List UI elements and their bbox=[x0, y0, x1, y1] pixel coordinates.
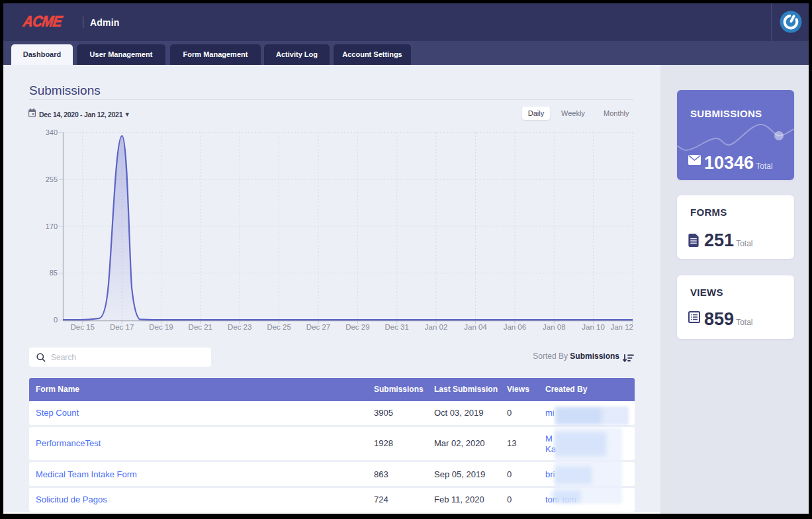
svg-text:Jan 08: Jan 08 bbox=[543, 323, 566, 331]
svg-text:Dec 27: Dec 27 bbox=[306, 323, 330, 331]
svg-text:Dec 23: Dec 23 bbox=[228, 323, 251, 331]
svg-text:Jan 12: Jan 12 bbox=[610, 323, 633, 331]
svg-text:Dec 21: Dec 21 bbox=[189, 323, 212, 331]
svg-text:Jan 10: Jan 10 bbox=[582, 323, 605, 331]
svg-text:Dec 17: Dec 17 bbox=[110, 323, 134, 331]
svg-text:Jan 06: Jan 06 bbox=[504, 323, 527, 331]
svg-text:340: 340 bbox=[46, 128, 58, 136]
svg-text:85: 85 bbox=[50, 269, 58, 277]
svg-text:Dec 25: Dec 25 bbox=[267, 323, 291, 331]
svg-text:170: 170 bbox=[46, 222, 58, 230]
svg-text:255: 255 bbox=[46, 175, 58, 183]
svg-text:Dec 15: Dec 15 bbox=[70, 323, 94, 331]
svg-text:Jan 02: Jan 02 bbox=[425, 323, 448, 331]
svg-text:0: 0 bbox=[54, 316, 58, 324]
svg-text:Jan 04: Jan 04 bbox=[464, 323, 487, 331]
svg-text:Dec 29: Dec 29 bbox=[345, 323, 369, 331]
svg-text:Dec 31: Dec 31 bbox=[384, 323, 408, 331]
svg-text:Dec 19: Dec 19 bbox=[149, 323, 173, 331]
